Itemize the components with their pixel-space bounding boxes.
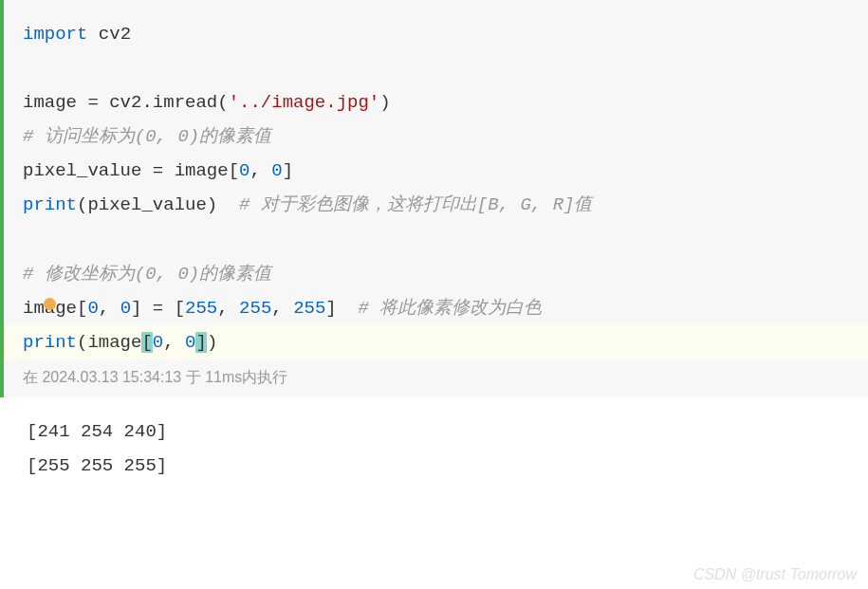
code-text: , [217, 298, 239, 319]
code-line-5: pixel_value = image[0, 0] [23, 154, 868, 188]
comment: # 对于彩色图像，这将打印出[B, G, R]值 [239, 194, 592, 215]
code-text: ] [283, 160, 293, 181]
number: 0 [87, 298, 98, 319]
keyword-import: import [23, 24, 87, 45]
execution-info: 在 2024.03.13 15:34:13 于 11ms内执行 [23, 359, 868, 392]
code-text: ] [325, 298, 358, 319]
code-line-6: print(pixel_value) # 对于彩色图像，这将打印出[B, G, … [23, 188, 868, 222]
comment: # 修改坐标为(0, 0)的像素值 [23, 264, 271, 285]
csdn-watermark: CSDN @trust Tomorrow [693, 566, 857, 583]
code-line-blank-1 [23, 51, 868, 85]
code-text: ] = [ [131, 298, 185, 319]
code-text: , [271, 298, 293, 319]
code-text: image[ [23, 298, 87, 319]
string-literal: '../image.jpg' [229, 92, 380, 113]
code-line-blank-2 [23, 223, 868, 257]
code-line-3: image = cv2.imread('../image.jpg') [23, 85, 868, 120]
builtin-print: print [23, 332, 77, 353]
number: 0 [271, 160, 282, 181]
bracket-highlight-open: [ [141, 332, 152, 353]
code-text: , [249, 160, 271, 181]
number: 0 [120, 298, 131, 319]
number: 0 [239, 160, 249, 181]
comment: # 将此像素修改为白色 [359, 298, 543, 319]
code-text: , [99, 298, 120, 319]
code-line-10-highlight: print(image[0, 0]) [4, 325, 868, 359]
module-cv2: cv2 [87, 24, 131, 45]
code-block: import cv2 image = cv2.imread('../image.… [0, 0, 868, 397]
output-line-2: [255 255 255] [27, 449, 868, 483]
output-line-1: [241 254 240] [27, 414, 868, 449]
code-text: ) [379, 92, 390, 113]
number: 255 [185, 298, 217, 319]
code-text: , [163, 332, 185, 353]
bracket-highlight-close: ] [195, 332, 206, 353]
code-text: pixel_value = image[ [23, 160, 239, 181]
output-block: [241 254 240][255 255 255] [0, 397, 868, 500]
code-line-9: image[0, 0] = [255, 255, 255] # 将此像素修改为白… [23, 291, 868, 325]
comment: # 访问坐标为(0, 0)的像素值 [23, 126, 271, 147]
number: 0 [185, 332, 195, 353]
number: 255 [239, 298, 271, 319]
code-line-8: # 修改坐标为(0, 0)的像素值 [23, 257, 868, 291]
code-line-4: # 访问坐标为(0, 0)的像素值 [23, 120, 868, 154]
number: 255 [293, 298, 325, 319]
code-text: image = cv2.imread( [23, 92, 229, 113]
code-text: (image [77, 332, 141, 353]
builtin-print: print [23, 194, 77, 215]
code-text: (pixel_value) [77, 194, 239, 215]
code-line-10: print(image[0, 0]) [23, 332, 217, 353]
screenshot-wrap: import cv2 image = cv2.imread('../image.… [0, 0, 868, 589]
code-text: ) [207, 332, 217, 353]
number: 0 [153, 332, 163, 353]
code-line-1: import cv2 [23, 17, 868, 51]
